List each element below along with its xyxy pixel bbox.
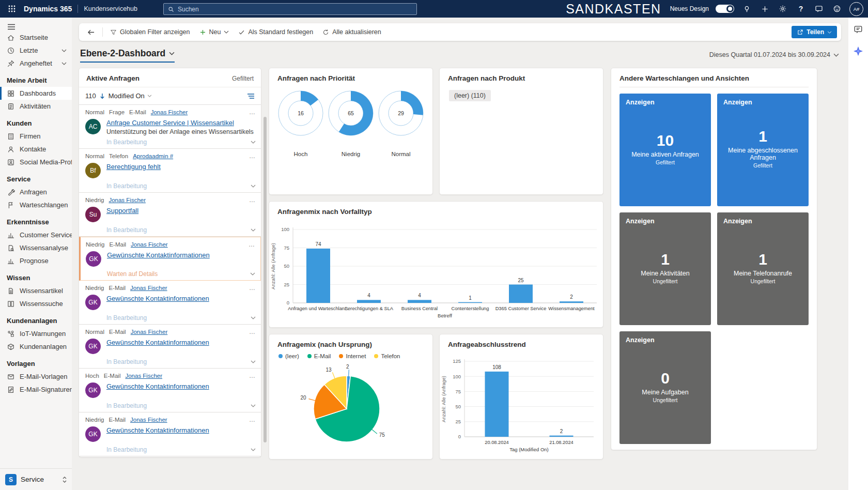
- card-more-icon[interactable]: …: [249, 372, 256, 379]
- case-owner-link[interactable]: Jonas Fischer: [109, 197, 146, 203]
- sidebar-item-warteschlangen[interactable]: Warteschlangen: [0, 198, 72, 211]
- scrollbar-thumb[interactable]: [264, 117, 267, 442]
- case-title-link[interactable]: Gewünschte Kontaktinformationen: [106, 295, 209, 303]
- sidebar-item-wissensartikel[interactable]: Wissensartikel: [0, 284, 72, 297]
- sidebar-item-wissenssuche[interactable]: Wissenssuche: [0, 297, 72, 310]
- queue-view-tile[interactable]: Anzeigen1Meine AktivitätenUngefiltert: [619, 212, 711, 325]
- sidebar-item-e-mail-signaturen[interactable]: E-Mail-Signaturen: [0, 383, 72, 396]
- sidebar-item-aktivitäten[interactable]: Aktivitäten: [0, 100, 72, 113]
- set-default-button[interactable]: Als Standard festlegen: [234, 26, 317, 38]
- case-title-link[interactable]: Gewünschte Kontaktinformationen: [106, 382, 209, 391]
- user-avatar[interactable]: A#: [849, 2, 863, 16]
- card-more-icon[interactable]: …: [249, 196, 256, 204]
- card-more-icon[interactable]: …: [249, 109, 256, 116]
- sidebar-item-kontakte[interactable]: Kontakte: [0, 143, 72, 156]
- queue-view-tile[interactable]: Anzeigen0Meine AufgabenUngefiltert: [619, 331, 711, 444]
- card-expand-chevron-icon[interactable]: [251, 404, 256, 407]
- card-expand-chevron-icon[interactable]: [251, 185, 256, 188]
- clock-icon: [7, 47, 15, 55]
- product-tag-chip[interactable]: (leer) (110): [449, 90, 491, 101]
- global-filter-button[interactable]: Globalen Filter anzeigen: [106, 26, 194, 38]
- card-expand-chevron-icon[interactable]: [250, 272, 255, 275]
- case-title-link[interactable]: Berechtigung fehlt: [106, 163, 161, 171]
- sort-field-selector[interactable]: Modified On: [109, 92, 152, 100]
- queue-view-tile[interactable]: Anzeigen1Meine TelefonanrufeUngefiltert: [717, 212, 809, 325]
- card-expand-chevron-icon[interactable]: [251, 316, 256, 319]
- case-owner-link[interactable]: Jonas Fischer: [151, 109, 188, 115]
- copilot-icon[interactable]: [853, 45, 864, 57]
- refresh-all-button[interactable]: Alle aktualisieren: [318, 26, 385, 38]
- sidebar-item-social-media-profile[interactable]: Social Media-Profile: [0, 156, 72, 169]
- teams-chat-icon[interactable]: [853, 24, 864, 35]
- card-expand-chevron-icon[interactable]: [251, 141, 256, 144]
- case-title-link[interactable]: Gewünschte Kontaktinformationen: [107, 251, 210, 259]
- brand-title[interactable]: Dynamics 365: [24, 5, 72, 13]
- case-card[interactable]: NiedrigE-MailJonas Fischer…GKGewünschte …: [79, 237, 261, 281]
- case-card[interactable]: NiedrigE-MailJonas Fischer…GKGewünschte …: [79, 281, 261, 325]
- card-more-icon[interactable]: …: [249, 241, 255, 248]
- case-title-link[interactable]: Anfrage Customer Service | Wissensartike…: [106, 119, 254, 127]
- back-button[interactable]: [83, 26, 99, 38]
- tile-show-link[interactable]: Anzeigen: [626, 218, 655, 225]
- time-range-filter[interactable]: Dieses Quartal 01.07.2024 bis 30.09.2024: [709, 51, 839, 63]
- case-owner-link[interactable]: Aprodaadmin #: [133, 153, 173, 159]
- card-more-icon[interactable]: …: [249, 284, 256, 292]
- tile-show-link[interactable]: Anzeigen: [723, 99, 752, 106]
- new-design-toggle[interactable]: [716, 5, 734, 13]
- smiley-icon[interactable]: [831, 3, 843, 14]
- feedback-icon[interactable]: [813, 3, 825, 14]
- card-more-icon[interactable]: …: [249, 152, 256, 160]
- sidebar-item-startseite[interactable]: Startseite: [0, 31, 72, 44]
- tile-label: Meine aktiven Anfragen: [619, 151, 711, 158]
- app-launcher-icon[interactable]: [0, 0, 24, 18]
- queue-view-tile[interactable]: Anzeigen10Meine aktiven AnfragenGefilter…: [619, 94, 711, 206]
- search-input[interactable]: Suchen: [163, 3, 417, 15]
- sidebar-item-prognose[interactable]: Prognose: [0, 254, 72, 267]
- sidebar-item-customer-service-ve-[interactable]: Customer Service-Ve...: [0, 228, 72, 241]
- sidebar-item-anfragen[interactable]: Anfragen: [0, 186, 72, 198]
- queue-view-tile[interactable]: Anzeigen1Meine abgeschlossenen AnfragenG…: [717, 94, 809, 206]
- sidebar-item-angeheftet[interactable]: Angeheftet: [0, 57, 72, 70]
- card-more-icon[interactable]: …: [249, 416, 256, 423]
- case-card[interactable]: NormalE-MailJonas Fischer…GKGewünschte K…: [79, 325, 261, 369]
- card-more-icon[interactable]: …: [249, 328, 256, 335]
- case-card[interactable]: NormalTelefonAprodaadmin #…BfBerechtigun…: [79, 149, 261, 193]
- case-card[interactable]: NiedrigE-MailJonas Fischer…GKGewünschte …: [79, 412, 261, 456]
- sidebar-item-firmen[interactable]: Firmen: [0, 130, 72, 143]
- case-title-link[interactable]: Supportfall: [106, 207, 138, 215]
- tile-show-link[interactable]: Anzeigen: [626, 336, 655, 344]
- case-card[interactable]: HochE-MailJonas Fischer…GKGewünschte Kon…: [79, 369, 261, 412]
- sitemap-collapse-button[interactable]: [0, 18, 72, 31]
- new-button[interactable]: Neu: [195, 26, 234, 38]
- sidebar-item-wissensanalyse[interactable]: Wissensanalyse: [0, 241, 72, 254]
- area-switch-chevrons-icon[interactable]: [62, 476, 67, 483]
- sidebar-item-letzte[interactable]: Letzte: [0, 44, 72, 57]
- area-switcher[interactable]: S Service: [0, 468, 72, 490]
- dashboard-selector[interactable]: Ebene-2-Dashboard: [80, 48, 175, 63]
- case-owner-link[interactable]: Jonas Fischer: [131, 241, 168, 248]
- gear-icon[interactable]: [777, 3, 788, 14]
- case-card[interactable]: NormalFrageE-MailJonas Fischer…ACAnfrage…: [79, 105, 261, 149]
- case-owner-link[interactable]: Jonas Fischer: [130, 285, 167, 291]
- stream-settings-icon[interactable]: [247, 93, 255, 99]
- lightbulb-icon[interactable]: [741, 3, 752, 14]
- svg-text:2: 2: [570, 294, 573, 300]
- card-expand-chevron-icon[interactable]: [251, 448, 256, 451]
- case-title-link[interactable]: Gewünschte Kontaktinformationen: [106, 339, 209, 347]
- sidebar-item-kundenanlagen[interactable]: Kundenanlagen: [0, 340, 72, 353]
- case-title-link[interactable]: Gewünschte Kontaktinformationen: [106, 426, 209, 435]
- tile-show-link[interactable]: Anzeigen: [723, 218, 752, 225]
- help-icon[interactable]: ?: [795, 3, 807, 14]
- sidebar-item-iot-warnungen[interactable]: IoT-Warnungen: [0, 327, 72, 340]
- sidebar-item-dashboards[interactable]: Dashboards: [0, 87, 72, 100]
- case-owner-link[interactable]: Jonas Fischer: [131, 329, 168, 335]
- sidebar-item-e-mail-vorlagen[interactable]: E-Mail-Vorlagen: [0, 370, 72, 383]
- case-owner-link[interactable]: Jonas Fischer: [130, 417, 167, 423]
- card-expand-chevron-icon[interactable]: [251, 228, 256, 232]
- card-expand-chevron-icon[interactable]: [251, 360, 256, 363]
- share-button[interactable]: Teilen: [792, 26, 837, 38]
- case-card[interactable]: NiedrigJonas Fischer…SuSupportfallIn Bea…: [79, 193, 261, 237]
- case-owner-link[interactable]: Jonas Fischer: [125, 373, 162, 379]
- plus-icon[interactable]: [759, 3, 770, 14]
- tile-show-link[interactable]: Anzeigen: [626, 99, 655, 106]
